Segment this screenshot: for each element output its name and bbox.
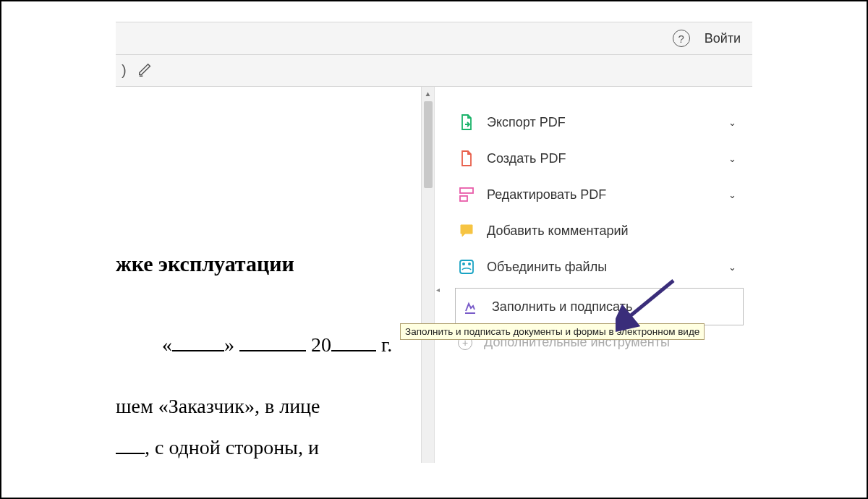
create-pdf-icon [458,150,475,167]
partial-tool-icon[interactable]: ) [122,62,124,79]
tooltip: Заполнить и подписать документы и формы … [400,323,705,340]
tool-combine-files[interactable]: Объединить файлы ⌄ [455,249,744,285]
tool-label: Экспорт PDF [487,115,728,130]
help-glyph: ? [678,33,684,45]
tool-label: Редактировать PDF [487,187,728,202]
tool-export-pdf[interactable]: Экспорт PDF ⌄ [455,104,744,140]
chevron-down-icon: ⌄ [728,117,736,128]
tool-label: Добавить комментарий [487,223,736,239]
secondary-toolbar: ) [116,55,752,87]
chevron-down-icon: ⌄ [728,262,736,273]
svg-rect-2 [460,260,473,273]
svg-rect-1 [460,196,467,201]
tool-add-comment[interactable]: Добавить комментарий [455,213,744,249]
edit-pdf-icon [458,186,475,203]
tool-label: Заполнить и подписать [492,299,736,315]
login-button[interactable]: Войти [705,31,741,46]
svg-rect-0 [460,188,473,193]
tool-create-pdf[interactable]: Создать PDF ⌄ [455,140,744,176]
tool-label: Объединить файлы [487,260,728,275]
chevron-down-icon: ⌄ [728,153,736,164]
sign-icon [463,298,480,315]
chevron-down-icon: ⌄ [728,189,736,200]
svg-point-3 [462,263,465,265]
document-line: , с одной стороны, и [116,430,434,463]
tools-panel: ◂ Экспорт PDF ⌄ Создать PDF ⌄ Редак [434,87,752,463]
tool-label: Создать PDF [487,151,728,166]
document-heading: жке эксплуатации [116,252,434,276]
export-icon [458,114,475,131]
comment-icon [458,222,475,239]
scroll-up-icon[interactable]: ▲ [422,87,434,100]
scroll-thumb[interactable] [424,101,433,188]
combine-icon [458,258,475,276]
document-line: «» 20 г. [116,327,434,362]
tool-edit-pdf[interactable]: Редактировать PDF ⌄ [455,176,744,213]
document-line: шем «Заказчик», в лице [116,388,434,424]
scrollbar[interactable]: ▲ [421,87,434,463]
tool-fill-sign[interactable]: Заполнить и подписать [455,288,744,325]
app-topbar: ? Войти [116,22,752,55]
document-viewport: жке эксплуатации «» 20 г. шем «Заказчик»… [116,87,434,463]
help-icon[interactable]: ? [673,30,690,47]
panel-collapse-handle[interactable]: ◂ [434,275,441,304]
svg-point-4 [468,263,471,265]
pencil-icon[interactable] [137,61,153,80]
